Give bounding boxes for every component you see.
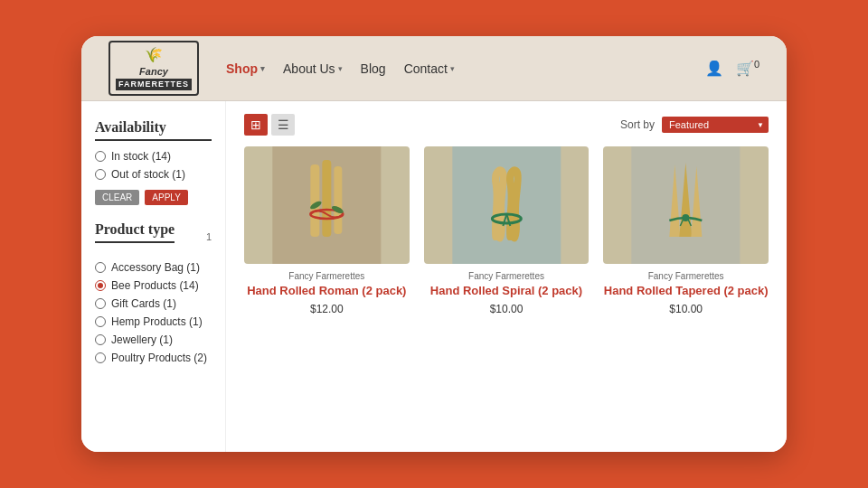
product-card[interactable]: Fancy Farmerettes Hand Rolled Spiral (2 … (424, 146, 590, 315)
products-area: ⊞ ☰ Sort by Featured Price: Low to High … (226, 101, 787, 452)
user-icon[interactable]: 👤 (705, 60, 723, 77)
sidebar: Availability In stock (14) Out of stock … (81, 101, 226, 452)
nav-contact-label: Contact (404, 61, 448, 76)
sort-area: Sort by Featured Price: Low to High Pric… (620, 117, 769, 133)
product-type-title: Product type (95, 221, 175, 243)
product-image-2 (424, 146, 590, 264)
header: 🌾 Fancy FARMERETTES Shop ▾ About Us ▾ Bl… (81, 36, 787, 101)
logo-icon: 🌾 (145, 46, 163, 63)
filter-poultry-products[interactable]: Poultry Products (2) (95, 352, 212, 364)
logo-area[interactable]: 🌾 Fancy FARMERETTES (108, 41, 199, 95)
apply-button[interactable]: APPLY (145, 190, 188, 205)
chevron-down-icon: ▾ (338, 64, 343, 73)
list-view-button[interactable]: ☰ (271, 114, 295, 136)
filter-gift-cards-label: Gift Cards (1) (111, 297, 176, 310)
radio-poultry-products (95, 352, 106, 363)
product-name-1: Hand Rolled Roman (2 pack) (247, 284, 406, 299)
nav-about-label: About Us (283, 61, 335, 76)
cart-icon[interactable]: 🛒0 (736, 59, 760, 77)
product-image-1 (244, 146, 410, 264)
svg-rect-2 (322, 160, 331, 237)
filter-in-stock-label: In stock (14) (111, 150, 171, 163)
logo-farmerettes-text: FARMERETTES (116, 79, 192, 90)
product-price-2: $10.00 (490, 303, 524, 315)
filter-bee-products-label: Bee Products (14) (111, 279, 199, 292)
product-brand-2: Fancy Farmerettes (468, 271, 544, 281)
product-type-header: Product type 1 (95, 221, 212, 252)
view-icons: ⊞ ☰ (244, 114, 295, 136)
nav-shop-label: Shop (226, 61, 258, 76)
products-toolbar: ⊞ ☰ Sort by Featured Price: Low to High … (244, 114, 769, 136)
chevron-down-icon: ▾ (260, 64, 265, 73)
product-type-count: 1 (206, 231, 212, 242)
filter-accessory-bag[interactable]: Accessory Bag (1) (95, 261, 212, 274)
cart-count: 0 (754, 59, 760, 70)
product-card[interactable]: Fancy Farmerettes Hand Rolled Roman (2 p… (244, 146, 410, 315)
product-brand-1: Fancy Farmerettes (288, 271, 364, 281)
product-price-3: $10.00 (669, 303, 703, 315)
header-icons: 👤 🛒0 (705, 59, 760, 77)
product-name-3: Hand Rolled Tapered (2 pack) (604, 284, 769, 299)
logo-box: 🌾 Fancy FARMERETTES (108, 41, 199, 95)
nav-item-shop[interactable]: Shop ▾ (226, 61, 265, 76)
nav-item-about[interactable]: About Us ▾ (283, 61, 343, 76)
filter-accessory-bag-label: Accessory Bag (1) (111, 261, 200, 274)
radio-in-stock (95, 151, 106, 162)
sort-select[interactable]: Featured Price: Low to High Price: High … (662, 117, 769, 133)
radio-bee-products (95, 280, 106, 291)
product-card[interactable]: Fancy Farmerettes Hand Rolled Tapered (2… (603, 146, 769, 315)
radio-gift-cards (95, 298, 106, 309)
filter-poultry-products-label: Poultry Products (2) (111, 352, 207, 364)
product-name-2: Hand Rolled Spiral (2 pack) (430, 284, 582, 299)
filter-hemp-products-label: Hemp Products (1) (111, 315, 203, 328)
chevron-down-icon: ▾ (450, 64, 455, 73)
filter-buttons: CLEAR APPLY (95, 190, 212, 205)
sort-label: Sort by (620, 118, 655, 131)
filter-in-stock[interactable]: In stock (14) (95, 150, 212, 163)
svg-rect-7 (452, 146, 561, 264)
product-price-1: $12.00 (310, 303, 344, 315)
filter-out-of-stock-label: Out of stock (1) (111, 168, 185, 181)
svg-rect-3 (334, 166, 342, 234)
radio-out-of-stock (95, 169, 106, 180)
nav-blog-label: Blog (361, 61, 386, 76)
grid-view-button[interactable]: ⊞ (244, 114, 268, 136)
filter-hemp-products[interactable]: Hemp Products (1) (95, 315, 212, 328)
product-image-3 (603, 146, 769, 264)
svg-rect-1 (310, 164, 319, 237)
radio-accessory-bag (95, 262, 106, 273)
filter-jewellery-label: Jewellery (1) (111, 333, 173, 346)
nav: Shop ▾ About Us ▾ Blog Contact ▾ (226, 61, 705, 76)
clear-button[interactable]: CLEAR (95, 190, 139, 205)
browser-window: 🌾 Fancy FARMERETTES Shop ▾ About Us ▾ Bl… (81, 36, 787, 452)
sort-wrapper: Featured Price: Low to High Price: High … (662, 117, 769, 133)
nav-item-blog[interactable]: Blog (361, 61, 386, 76)
filter-jewellery[interactable]: Jewellery (1) (95, 333, 212, 346)
product-grid: Fancy Farmerettes Hand Rolled Roman (2 p… (244, 146, 769, 315)
radio-jewellery (95, 334, 106, 345)
filter-gift-cards[interactable]: Gift Cards (1) (95, 297, 212, 310)
product-brand-3: Fancy Farmerettes (648, 271, 724, 281)
filter-out-of-stock[interactable]: Out of stock (1) (95, 168, 212, 181)
nav-item-contact[interactable]: Contact ▾ (404, 61, 455, 76)
availability-title: Availability (95, 119, 212, 141)
radio-hemp-products (95, 316, 106, 327)
logo-fancy-text: Fancy (139, 66, 168, 78)
main-content: Availability In stock (14) Out of stock … (81, 101, 787, 452)
filter-bee-products[interactable]: Bee Products (14) (95, 279, 212, 292)
